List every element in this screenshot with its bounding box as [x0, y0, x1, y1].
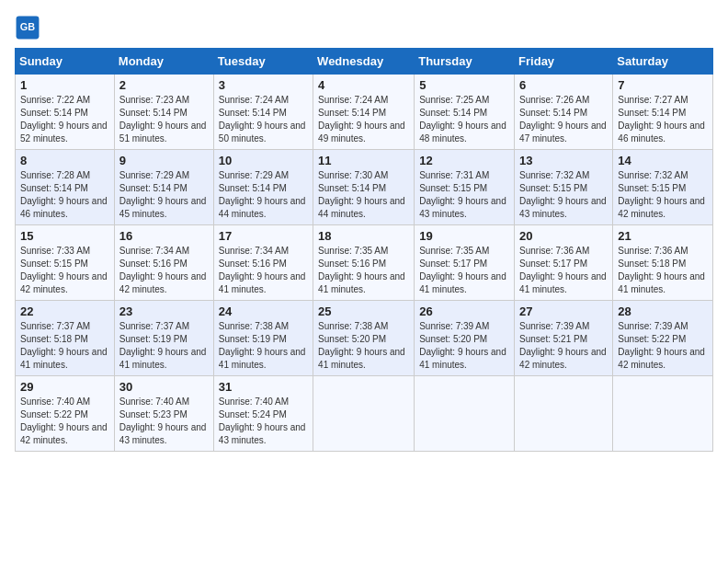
calendar-body: 1 Sunrise: 7:22 AM Sunset: 5:14 PM Dayli…	[16, 75, 713, 452]
weekday-header-cell: Saturday	[613, 49, 713, 75]
day-info: Sunrise: 7:39 AM Sunset: 5:20 PM Dayligh…	[419, 320, 509, 372]
day-number: 29	[20, 380, 109, 394]
calendar-day-cell: 19 Sunrise: 7:35 AM Sunset: 5:17 PM Dayl…	[415, 225, 515, 301]
day-number: 7	[618, 78, 708, 92]
header: GB	[15, 15, 713, 40]
calendar-day-cell	[415, 376, 515, 452]
weekday-header-cell: Friday	[515, 49, 613, 75]
calendar-day-cell	[313, 376, 415, 452]
day-number: 18	[318, 229, 409, 243]
calendar-day-cell: 2 Sunrise: 7:23 AM Sunset: 5:14 PM Dayli…	[114, 75, 213, 150]
day-number: 9	[119, 154, 209, 167]
calendar-day-cell: 8 Sunrise: 7:28 AM Sunset: 5:14 PM Dayli…	[16, 150, 115, 225]
day-info: Sunrise: 7:32 AM Sunset: 5:15 PM Dayligh…	[618, 169, 708, 221]
calendar-day-cell: 17 Sunrise: 7:34 AM Sunset: 5:16 PM Dayl…	[213, 225, 313, 301]
calendar-day-cell: 4 Sunrise: 7:24 AM Sunset: 5:14 PM Dayli…	[313, 75, 415, 150]
day-info: Sunrise: 7:33 AM Sunset: 5:15 PM Dayligh…	[20, 245, 109, 296]
calendar-day-cell: 23 Sunrise: 7:37 AM Sunset: 5:19 PM Dayl…	[114, 301, 213, 376]
calendar-day-cell	[613, 376, 713, 452]
day-number: 19	[419, 229, 509, 243]
day-info: Sunrise: 7:34 AM Sunset: 5:16 PM Dayligh…	[219, 245, 308, 296]
day-number: 21	[618, 229, 708, 243]
weekday-header-cell: Wednesday	[313, 49, 415, 75]
day-number: 6	[519, 78, 608, 92]
day-number: 10	[219, 154, 308, 167]
day-info: Sunrise: 7:36 AM Sunset: 5:18 PM Dayligh…	[618, 245, 708, 296]
calendar-day-cell: 21 Sunrise: 7:36 AM Sunset: 5:18 PM Dayl…	[613, 225, 713, 301]
day-info: Sunrise: 7:40 AM Sunset: 5:24 PM Dayligh…	[219, 396, 308, 447]
calendar-day-cell: 7 Sunrise: 7:27 AM Sunset: 5:14 PM Dayli…	[613, 75, 713, 150]
day-info: Sunrise: 7:37 AM Sunset: 5:19 PM Dayligh…	[119, 320, 209, 372]
day-number: 30	[119, 380, 209, 394]
calendar-day-cell: 18 Sunrise: 7:35 AM Sunset: 5:16 PM Dayl…	[313, 225, 415, 301]
calendar-day-cell: 5 Sunrise: 7:25 AM Sunset: 5:14 PM Dayli…	[415, 75, 515, 150]
day-number: 5	[419, 78, 509, 92]
day-info: Sunrise: 7:39 AM Sunset: 5:22 PM Dayligh…	[618, 320, 708, 372]
weekday-header-cell: Tuesday	[213, 49, 313, 75]
calendar-week-row: 8 Sunrise: 7:28 AM Sunset: 5:14 PM Dayli…	[16, 150, 713, 225]
calendar-day-cell: 1 Sunrise: 7:22 AM Sunset: 5:14 PM Dayli…	[16, 75, 115, 150]
day-info: Sunrise: 7:40 AM Sunset: 5:22 PM Dayligh…	[20, 396, 109, 447]
day-number: 27	[519, 304, 608, 318]
day-info: Sunrise: 7:29 AM Sunset: 5:14 PM Dayligh…	[119, 169, 209, 221]
calendar-day-cell: 14 Sunrise: 7:32 AM Sunset: 5:15 PM Dayl…	[613, 150, 713, 225]
calendar-week-row: 1 Sunrise: 7:22 AM Sunset: 5:14 PM Dayli…	[16, 75, 713, 150]
day-info: Sunrise: 7:37 AM Sunset: 5:18 PM Dayligh…	[20, 320, 109, 372]
day-number: 22	[20, 304, 109, 318]
day-number: 15	[20, 229, 109, 243]
calendar-week-row: 15 Sunrise: 7:33 AM Sunset: 5:15 PM Dayl…	[16, 225, 713, 301]
calendar-day-cell: 29 Sunrise: 7:40 AM Sunset: 5:22 PM Dayl…	[16, 376, 115, 452]
day-info: Sunrise: 7:29 AM Sunset: 5:14 PM Dayligh…	[219, 169, 308, 221]
calendar-day-cell: 11 Sunrise: 7:30 AM Sunset: 5:14 PM Dayl…	[313, 150, 415, 225]
calendar-day-cell: 15 Sunrise: 7:33 AM Sunset: 5:15 PM Dayl…	[16, 225, 115, 301]
calendar-day-cell: 9 Sunrise: 7:29 AM Sunset: 5:14 PM Dayli…	[114, 150, 213, 225]
day-number: 3	[219, 78, 308, 92]
calendar-table: SundayMondayTuesdayWednesdayThursdayFrid…	[15, 48, 713, 452]
calendar-day-cell: 30 Sunrise: 7:40 AM Sunset: 5:23 PM Dayl…	[114, 376, 213, 452]
day-info: Sunrise: 7:30 AM Sunset: 5:14 PM Dayligh…	[318, 169, 409, 221]
day-info: Sunrise: 7:38 AM Sunset: 5:19 PM Dayligh…	[219, 320, 308, 372]
weekday-header-row: SundayMondayTuesdayWednesdayThursdayFrid…	[16, 49, 713, 75]
calendar-day-cell: 12 Sunrise: 7:31 AM Sunset: 5:15 PM Dayl…	[415, 150, 515, 225]
day-info: Sunrise: 7:34 AM Sunset: 5:16 PM Dayligh…	[119, 245, 209, 296]
day-number: 20	[519, 229, 608, 243]
weekday-header-cell: Thursday	[415, 49, 515, 75]
calendar-day-cell: 6 Sunrise: 7:26 AM Sunset: 5:14 PM Dayli…	[515, 75, 613, 150]
day-info: Sunrise: 7:39 AM Sunset: 5:21 PM Dayligh…	[519, 320, 608, 372]
day-number: 26	[419, 304, 509, 318]
calendar-day-cell	[515, 376, 613, 452]
calendar-day-cell: 16 Sunrise: 7:34 AM Sunset: 5:16 PM Dayl…	[114, 225, 213, 301]
day-number: 1	[20, 78, 109, 92]
calendar-day-cell: 27 Sunrise: 7:39 AM Sunset: 5:21 PM Dayl…	[515, 301, 613, 376]
day-number: 11	[318, 154, 409, 167]
logo-icon: GB	[15, 15, 40, 40]
day-number: 14	[618, 154, 708, 167]
calendar-day-cell: 3 Sunrise: 7:24 AM Sunset: 5:14 PM Dayli…	[213, 75, 313, 150]
day-info: Sunrise: 7:24 AM Sunset: 5:14 PM Dayligh…	[219, 94, 308, 145]
day-info: Sunrise: 7:40 AM Sunset: 5:23 PM Dayligh…	[119, 396, 209, 447]
day-number: 24	[219, 304, 308, 318]
day-info: Sunrise: 7:24 AM Sunset: 5:14 PM Dayligh…	[318, 94, 409, 145]
calendar-day-cell: 25 Sunrise: 7:38 AM Sunset: 5:20 PM Dayl…	[313, 301, 415, 376]
calendar-day-cell: 20 Sunrise: 7:36 AM Sunset: 5:17 PM Dayl…	[515, 225, 613, 301]
day-info: Sunrise: 7:27 AM Sunset: 5:14 PM Dayligh…	[618, 94, 708, 145]
day-info: Sunrise: 7:36 AM Sunset: 5:17 PM Dayligh…	[519, 245, 608, 296]
day-number: 13	[519, 154, 608, 167]
day-number: 28	[618, 304, 708, 318]
day-number: 31	[219, 380, 308, 394]
calendar-week-row: 22 Sunrise: 7:37 AM Sunset: 5:18 PM Dayl…	[16, 301, 713, 376]
day-info: Sunrise: 7:26 AM Sunset: 5:14 PM Dayligh…	[519, 94, 608, 145]
day-number: 17	[219, 229, 308, 243]
day-info: Sunrise: 7:35 AM Sunset: 5:16 PM Dayligh…	[318, 245, 409, 296]
day-number: 25	[318, 304, 409, 318]
calendar-week-row: 29 Sunrise: 7:40 AM Sunset: 5:22 PM Dayl…	[16, 376, 713, 452]
calendar-day-cell: 13 Sunrise: 7:32 AM Sunset: 5:15 PM Dayl…	[515, 150, 613, 225]
day-info: Sunrise: 7:35 AM Sunset: 5:17 PM Dayligh…	[419, 245, 509, 296]
day-number: 16	[119, 229, 209, 243]
weekday-header-cell: Monday	[114, 49, 213, 75]
day-number: 23	[119, 304, 209, 318]
svg-text:GB: GB	[20, 21, 35, 32]
day-number: 8	[20, 154, 109, 167]
calendar-day-cell: 10 Sunrise: 7:29 AM Sunset: 5:14 PM Dayl…	[213, 150, 313, 225]
day-number: 2	[119, 78, 209, 92]
